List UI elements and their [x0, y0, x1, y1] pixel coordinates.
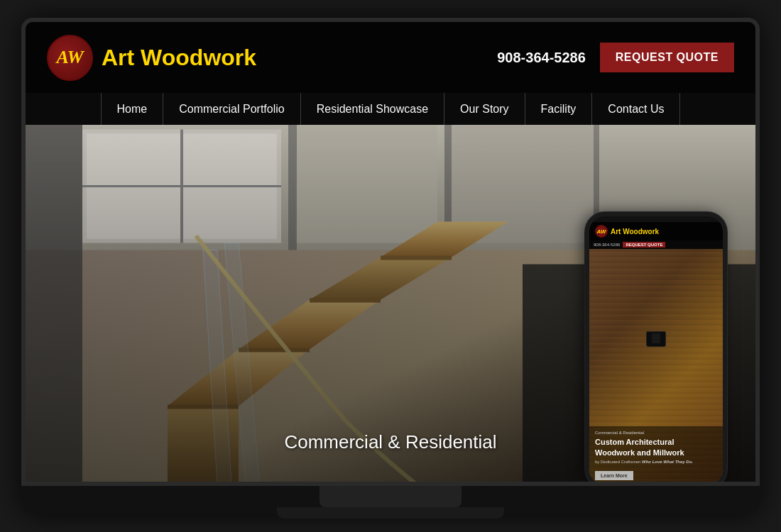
monitor-screen: AW Art Woodwork 908-364-5286 REQUEST QUO… — [26, 22, 755, 482]
nav-bar: Home Commercial Portfolio Residential Sh… — [26, 93, 755, 125]
monitor-base — [277, 507, 504, 519]
brand-name: Art Woodwork — [102, 45, 256, 71]
phone-hero: Commercial & Residential Custom Architec… — [589, 249, 723, 482]
phone-content-overlay: Commercial & Residential Custom Architec… — [589, 426, 723, 482]
request-quote-button[interactable]: REQUEST QUOTE — [600, 43, 734, 72]
phone-learn-more-button[interactable]: Learn More — [595, 471, 633, 480]
monitor-stand — [320, 486, 462, 507]
nav-item-residential[interactable]: Residential Showcase — [301, 93, 444, 125]
monitor-bezel: AW Art Woodwork 908-364-5286 REQUEST QUO… — [21, 18, 760, 486]
phone-screen: AW Art Woodwork 908-364-5286 REQUEST QUO… — [589, 222, 723, 482]
nav-item-facility[interactable]: Facility — [525, 93, 593, 125]
phone-byline: by Dedicated Craftsmen Who Love What The… — [595, 460, 717, 464]
phone-number: 908-364-5286 — [497, 50, 586, 66]
phone-badge: AW — [595, 225, 608, 238]
phone-notch — [635, 216, 677, 222]
hero-tagline: Commercial & Residential — [284, 431, 496, 453]
site-header: AW Art Woodwork 908-364-5286 REQUEST QUO… — [26, 22, 755, 93]
nav-item-home[interactable]: Home — [101, 93, 164, 125]
phone-logo-area: AW Art Woodwork — [595, 225, 659, 238]
hero-section: Commercial & Residential AW — [26, 125, 755, 482]
nav-item-our-story[interactable]: Our Story — [444, 93, 525, 125]
website: AW Art Woodwork 908-364-5286 REQUEST QUO… — [26, 22, 755, 482]
phone-request-quote-button[interactable]: REQUEST QUOTE — [623, 242, 665, 248]
phone-mockup: AW Art Woodwork 908-364-5286 REQUEST QUO… — [585, 212, 727, 482]
phone-sub-header: 908-364-5286 REQUEST QUOTE — [589, 240, 723, 249]
logo-letters: AW — [56, 48, 83, 67]
phone-logo-text: AW — [597, 228, 606, 235]
phone-header: AW Art Woodwork — [589, 222, 723, 240]
phone-phone-number: 908-364-5286 — [594, 243, 620, 247]
nav-item-commercial[interactable]: Commercial Portfolio — [163, 93, 300, 125]
logo-badge: AW — [47, 35, 93, 81]
logo-area: AW Art Woodwork — [47, 35, 256, 81]
nav-item-contact[interactable]: Contact Us — [592, 93, 680, 125]
phone-subtitle: Commercial & Residential — [595, 431, 717, 435]
header-right: 908-364-5286 REQUEST QUOTE — [497, 43, 734, 72]
phone-brand-name: Art Woodwork — [611, 228, 659, 235]
monitor-wrapper: AW Art Woodwork 908-364-5286 REQUEST QUO… — [21, 18, 760, 514]
phone-main-title: Custom Architectural Woodwork and Millwo… — [595, 437, 717, 458]
